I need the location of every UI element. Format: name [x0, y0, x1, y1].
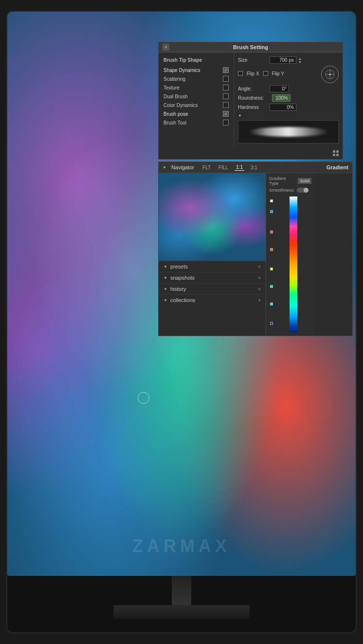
navigator-panel: ▼ Navigator FLT FILL 1:1 3:1 Gradient — [158, 161, 353, 336]
collections-label: collections — [170, 297, 195, 303]
size-value[interactable]: 700 px — [270, 56, 296, 64]
size-up[interactable]: ▲ — [298, 57, 302, 60]
list-item[interactable]: Color Dynamics — [159, 101, 234, 109]
checkbox-scattering[interactable] — [223, 76, 229, 82]
nav-option-flt[interactable]: FLT — [201, 164, 212, 171]
nav-option-3-1[interactable]: 3:1 — [249, 164, 259, 171]
monitor-neck — [172, 576, 191, 605]
history-label: history — [170, 286, 186, 292]
smoothness-label: Smoothness: — [269, 188, 295, 193]
nav-preview — [159, 173, 266, 261]
presets-header[interactable]: ▼ presets × — [159, 261, 266, 272]
size-label: Size — [238, 57, 270, 63]
brush-setting-panel: × Brush Setting Brush Tip Shape Shape Dy… — [158, 42, 343, 160]
presets-arrow: ▼ — [163, 265, 167, 269]
stop-dark-blue[interactable] — [270, 322, 273, 325]
monitor: SAMSUNG × Brush Setting Brush Tip Shape … — [6, 11, 357, 633]
flip-x-label: Flip X — [247, 71, 259, 76]
stop-orange[interactable] — [270, 248, 273, 251]
smoothness-toggle[interactable] — [297, 188, 309, 193]
list-item[interactable]: Shape Dynamics ✓ — [159, 66, 234, 74]
gradient-type-label: Gradient Type — [269, 176, 296, 186]
list-item[interactable]: Dual Brush — [159, 92, 234, 101]
gradient-title: Gradient — [327, 164, 348, 170]
gradient-stops-left — [269, 197, 273, 333]
gradient-panel: Gradient Type Solid Smoothness: — [266, 173, 314, 336]
flip-x-checkbox[interactable] — [238, 71, 243, 76]
angle-indicator: ▲ — [238, 113, 339, 117]
svg-rect-7 — [336, 154, 339, 156]
brush-preview — [238, 120, 339, 143]
svg-point-3 — [329, 73, 331, 75]
checkbox-dual-brush[interactable] — [223, 93, 229, 99]
svg-rect-5 — [336, 150, 339, 153]
roundness-value[interactable]: 100% — [272, 94, 290, 102]
toggle-knob — [304, 188, 309, 193]
size-spinners[interactable]: ▲ ▼ — [298, 57, 302, 64]
checkbox-texture[interactable] — [223, 85, 229, 90]
brush-list: Brush Tip Shape Shape Dynamics ✓ Scatter… — [159, 53, 234, 147]
history-close[interactable]: × — [258, 286, 261, 292]
checkbox-shape-dynamics[interactable]: ✓ — [223, 67, 229, 73]
nav-option-fill[interactable]: FILL — [217, 164, 230, 171]
collections-arrow: ▼ — [163, 298, 167, 303]
stop-white[interactable] — [270, 199, 273, 202]
snapshots-header[interactable]: ▼ snapshots × — [159, 272, 266, 283]
compass-icon — [321, 66, 339, 83]
collections-header[interactable]: ▼ collections × — [159, 295, 266, 305]
stop-yellow[interactable] — [270, 268, 273, 270]
checkbox-color-dynamics[interactable] — [223, 102, 229, 108]
list-item[interactable]: Brush pose ✓ — [159, 109, 234, 118]
nav-body: ▼ presets × ▼ snapshots × — [159, 173, 352, 336]
stop-blue-top[interactable] — [270, 210, 273, 213]
angle-value[interactable]: 0° — [270, 85, 289, 92]
roundness-param-row: Roundness: 100% — [238, 94, 339, 102]
flip-y-checkbox[interactable] — [263, 71, 268, 76]
gradient-bar-container — [269, 197, 311, 333]
brush-stroke — [249, 127, 328, 137]
list-item[interactable]: Texture — [159, 83, 234, 92]
navigator-title: Navigator — [171, 164, 194, 170]
brush-params: Size 700 px ▲ ▼ Flip X Flip Y — [234, 53, 343, 147]
history-section: ▼ history × — [159, 283, 266, 294]
checkbox-brush-tool[interactable] — [223, 120, 229, 125]
close-button[interactable]: × — [163, 44, 169, 51]
snapshots-close[interactable]: × — [258, 275, 261, 281]
gradient-type-value[interactable]: Solid — [298, 178, 311, 184]
hardness-param-row: Hardness 0% — [238, 104, 339, 111]
navigator-header: ▼ Navigator FLT FILL 1:1 3:1 Gradient — [159, 162, 352, 173]
stop-pink[interactable] — [270, 231, 273, 233]
hardness-label: Hardness — [238, 105, 270, 110]
hardness-value[interactable]: 0% — [270, 104, 296, 111]
snapshots-arrow: ▼ — [163, 276, 167, 280]
gradient-color-bar[interactable] — [290, 197, 297, 333]
brush-setting-title: Brush Setting — [233, 44, 268, 50]
history-arrow: ▼ — [163, 287, 167, 291]
brush-setting-body: Brush Tip Shape Shape Dynamics ✓ Scatter… — [159, 53, 343, 147]
stop-cyan[interactable] — [270, 303, 273, 305]
flip-row: Flip X Flip Y — [238, 66, 339, 83]
snapshots-section: ▼ snapshots × — [159, 272, 266, 283]
list-item[interactable]: Scattering — [159, 74, 234, 83]
snapshots-label: snapshots — [170, 275, 195, 281]
collections-close[interactable]: × — [258, 298, 261, 303]
svg-rect-4 — [333, 150, 335, 153]
brush-setting-header: × Brush Setting — [159, 42, 343, 53]
settings-icon[interactable] — [332, 149, 340, 157]
nav-collapse-arrow[interactable]: ▼ — [163, 165, 166, 170]
monitor-screen: × Brush Setting Brush Tip Shape Shape Dy… — [7, 12, 356, 576]
roundness-label: Roundness: — [238, 95, 272, 101]
checkbox-brush-pose[interactable]: ✓ — [223, 111, 229, 117]
collections-section: ▼ collections × — [159, 294, 266, 305]
presets-close[interactable]: × — [258, 264, 261, 269]
history-header[interactable]: ▼ history × — [159, 284, 266, 294]
nav-option-1-1[interactable]: 1:1 — [235, 164, 244, 171]
size-param-row: Size 700 px ▲ ▼ — [238, 56, 339, 64]
svg-rect-6 — [333, 154, 335, 156]
stop-green[interactable] — [270, 285, 273, 288]
presets-section: ▼ presets × — [159, 261, 266, 272]
monitor-base — [113, 605, 250, 619]
size-down[interactable]: ▼ — [298, 60, 302, 64]
gradient-type-row: Gradient Type Solid — [269, 176, 311, 186]
list-item[interactable]: Brush Tool — [159, 118, 234, 127]
